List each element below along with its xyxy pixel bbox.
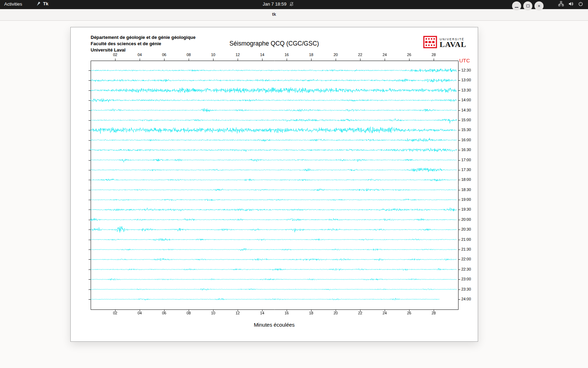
x-tick-label-top: 10 — [211, 53, 215, 57]
taskbar-tk-label: Tk — [43, 1, 48, 6]
utc-label: UTC — [459, 57, 470, 63]
utc-row-label: 13:30 — [461, 88, 471, 92]
utc-row-label: 18:00 — [461, 177, 471, 182]
utc-row-label: 15:30 — [461, 128, 471, 132]
seismograph-window: Département de géologie et de génie géol… — [70, 27, 478, 342]
universite-laval-logo: UNIVERSITÉ LAVAL — [423, 36, 466, 50]
x-tick-label-bottom: 24 — [383, 311, 387, 315]
x-tick-label-top: 28 — [432, 53, 436, 57]
utc-row-label: 22:30 — [461, 267, 471, 271]
maximize-icon — [526, 5, 530, 7]
x-tick-label-bottom: 26 — [407, 311, 411, 315]
x-tick-label-top: 14 — [260, 53, 264, 57]
utc-row-label: 23:00 — [461, 277, 471, 281]
laval-logo-text: UNIVERSITÉ LAVAL — [440, 38, 466, 48]
maximize-button[interactable] — [523, 1, 532, 11]
x-tick-label-bottom: 18 — [309, 311, 313, 315]
utc-row-label: 20:00 — [461, 217, 471, 222]
x-tick-label-bottom: 08 — [187, 311, 191, 315]
utc-row-label: 19:00 — [461, 197, 471, 202]
system-top-bar: Activities Tk Jan 7 18:59 — [0, 0, 588, 9]
x-tick-label-bottom: 28 — [432, 311, 436, 315]
x-tick-label-top: 16 — [285, 53, 289, 57]
utc-row-label: 16:30 — [461, 148, 471, 152]
institution-line3: Université Laval — [91, 47, 196, 53]
utc-row-label: 15:00 — [461, 118, 471, 122]
x-tick-label-bottom: 14 — [260, 311, 264, 315]
institution-header: Département de géologie et de génie géol… — [91, 34, 196, 53]
close-button[interactable]: × — [534, 1, 544, 11]
clock-label: Jan 7 18:59 — [263, 1, 287, 7]
minimize-button[interactable] — [512, 1, 521, 11]
institution-line2: Faculté des sciences et de génie — [91, 41, 196, 47]
x-tick-label-bottom: 16 — [285, 311, 289, 315]
utc-row-label: 17:00 — [461, 158, 471, 162]
x-tick-label-top: 22 — [358, 53, 362, 57]
utc-row-label: 19:30 — [461, 207, 471, 211]
x-tick-label-bottom: 22 — [358, 311, 362, 315]
x-tick-label-bottom: 20 — [334, 311, 338, 315]
utc-row-label: 14:00 — [461, 98, 471, 102]
system-status-area[interactable] — [558, 1, 583, 6]
institution-line1: Département de géologie et de génie géol… — [91, 34, 196, 41]
x-tick-label-top: 06 — [162, 53, 166, 57]
x-tick-label-top: 24 — [383, 53, 387, 57]
utc-row-label: 20:30 — [461, 227, 471, 231]
utc-row-label: 12:30 — [461, 68, 471, 72]
utc-row-label: 17:30 — [461, 168, 471, 172]
taskbar-tk-item[interactable]: Tk — [36, 1, 48, 6]
close-icon: × — [538, 4, 540, 8]
x-tick-label-bottom: 02 — [113, 311, 117, 315]
clock-area[interactable]: Jan 7 18:59 — [263, 1, 294, 7]
utc-row-label: 16:00 — [461, 138, 471, 142]
utc-row-label: 22:00 — [461, 257, 471, 261]
x-tick-label-top: 08 — [187, 53, 191, 57]
utc-row-label: 13:00 — [461, 78, 471, 82]
x-tick-label-bottom: 04 — [138, 311, 142, 315]
utc-row-label: 18:30 — [461, 188, 471, 192]
volume-icon — [568, 1, 574, 6]
window-titlebar[interactable]: tk — [0, 9, 588, 21]
x-tick-label-top: 26 — [407, 53, 411, 57]
network-icon — [558, 1, 564, 6]
window-title: tk — [272, 12, 276, 17]
x-tick-label-top: 02 — [113, 53, 117, 57]
helicorder-canvas — [88, 58, 461, 312]
laval-logo-name: LAVAL — [440, 41, 466, 48]
laval-crest-icon — [423, 36, 437, 50]
x-tick-label-top: 18 — [309, 53, 313, 57]
x-tick-label-top: 20 — [334, 53, 338, 57]
utc-row-label: 14:30 — [461, 108, 471, 112]
tk-icon — [36, 1, 41, 6]
x-axis-title: Minutes écoulées — [71, 322, 478, 328]
utc-row-label: 21:30 — [461, 247, 471, 251]
x-tick-label-bottom: 06 — [162, 311, 166, 315]
x-tick-label-bottom: 12 — [236, 311, 240, 315]
utc-row-label: 24:00 — [461, 297, 471, 301]
notifications-muted-icon — [289, 2, 294, 6]
utc-row-label: 21:00 — [461, 237, 471, 241]
x-tick-label-top: 04 — [138, 53, 142, 57]
x-tick-label-top: 12 — [236, 53, 240, 57]
activities-button[interactable]: Activities — [4, 1, 22, 7]
minimize-icon — [515, 7, 518, 8]
utc-row-label: 23:30 — [461, 287, 471, 291]
x-tick-label-bottom: 10 — [211, 311, 215, 315]
power-icon — [578, 1, 583, 6]
